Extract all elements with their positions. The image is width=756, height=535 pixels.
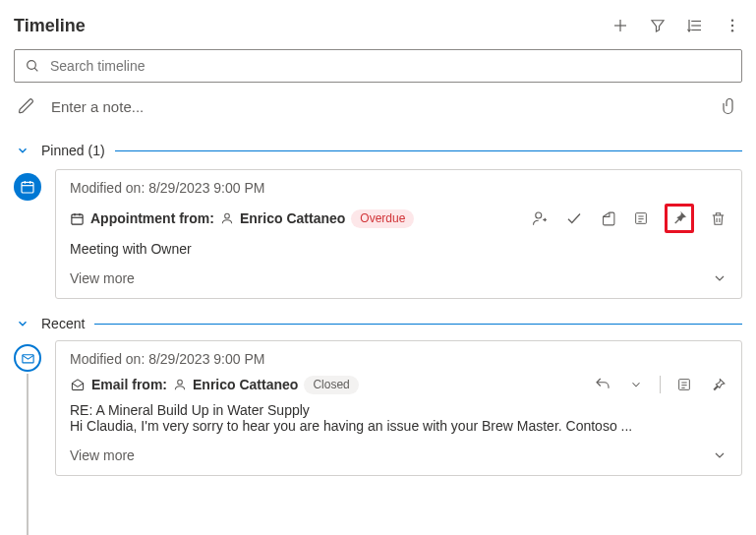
assign-icon[interactable] — [531, 208, 551, 228]
chevron-down-icon — [712, 447, 727, 463]
note-icon[interactable] — [674, 375, 694, 394]
section-pinned-title: Pinned (1) — [41, 143, 105, 158]
header-actions — [611, 16, 742, 35]
modified-label: Modified on: 8/29/2023 9:00 PM — [70, 180, 727, 196]
note-input[interactable] — [49, 97, 707, 116]
svg-rect-10 — [22, 182, 33, 193]
more-button[interactable] — [723, 16, 742, 35]
section-pinned-header: Pinned (1) — [14, 142, 742, 159]
view-more-label: View more — [70, 447, 135, 463]
envelope-icon — [70, 378, 86, 392]
open-record-icon[interactable] — [598, 208, 617, 228]
search-icon — [25, 58, 40, 74]
add-button[interactable] — [611, 16, 630, 35]
delete-icon[interactable] — [708, 208, 727, 228]
appointment-type-icon — [14, 173, 41, 201]
attach-icon[interactable] — [721, 96, 738, 116]
page-title: Timeline — [14, 16, 86, 36]
pinned-subject: Meeting with Owner — [70, 241, 727, 257]
pinned-view-more[interactable]: View more — [70, 270, 727, 286]
pin-icon[interactable] — [669, 208, 689, 228]
filter-button[interactable] — [648, 16, 668, 35]
reply-icon[interactable] — [593, 375, 612, 394]
status-badge-overdue: Overdue — [351, 209, 414, 228]
pencil-icon — [18, 97, 35, 115]
svg-line-9 — [34, 68, 37, 71]
svg-point-7 — [731, 30, 733, 31]
pin-icon[interactable] — [708, 375, 727, 394]
recent-type-label: Email from: — [91, 377, 167, 392]
pinned-card-actions — [531, 204, 727, 233]
svg-rect-14 — [72, 214, 83, 224]
recent-subject: RE: A Mineral Build Up in Water Supply — [70, 402, 727, 418]
email-type-icon — [14, 344, 41, 372]
highlighted-pin-action — [665, 204, 694, 233]
divider — [115, 150, 742, 151]
thread-line — [27, 374, 29, 535]
svg-point-27 — [178, 380, 183, 385]
note-icon[interactable] — [631, 208, 651, 228]
sort-button[interactable] — [685, 16, 705, 35]
calendar-icon — [70, 211, 85, 226]
collapse-recent-button[interactable] — [14, 315, 31, 332]
divider — [94, 324, 742, 325]
recent-person-name[interactable]: Enrico Cattaneo — [193, 377, 298, 392]
person-icon — [220, 211, 234, 225]
section-recent-title: Recent — [41, 316, 85, 331]
collapse-pinned-button[interactable] — [14, 142, 31, 159]
recent-preview: Hi Claudia, I'm very sorry to hear you a… — [70, 418, 727, 434]
note-row — [14, 96, 742, 128]
search-input[interactable] — [48, 57, 731, 75]
chevron-down-icon — [712, 270, 727, 286]
reply-dropdown-icon[interactable] — [626, 375, 646, 394]
svg-point-5 — [731, 20, 733, 22]
search-box[interactable] — [14, 49, 742, 83]
pinned-item: Modified on: 8/29/2023 9:00 PM Appointme… — [14, 169, 742, 299]
recent-item: Modified on: 8/29/2023 9:00 PM Email fro… — [14, 340, 742, 476]
view-more-label: View more — [70, 270, 135, 286]
recent-card-actions — [593, 375, 727, 394]
divider — [660, 376, 661, 393]
svg-point-6 — [731, 25, 733, 27]
complete-icon[interactable] — [564, 208, 584, 228]
svg-point-19 — [536, 212, 542, 218]
modified-label: Modified on: 8/29/2023 9:00 PM — [70, 351, 727, 367]
section-recent-header: Recent — [14, 315, 742, 332]
recent-view-more[interactable]: View more — [70, 447, 727, 463]
pinned-person-name[interactable]: Enrico Cattaneo — [240, 210, 345, 226]
recent-card[interactable]: Modified on: 8/29/2023 9:00 PM Email fro… — [55, 340, 742, 476]
svg-point-18 — [225, 213, 230, 218]
svg-point-8 — [28, 61, 36, 70]
pinned-type-label: Appointment from: — [90, 210, 214, 226]
status-badge-closed: Closed — [304, 376, 358, 394]
person-icon — [173, 378, 187, 391]
pinned-card[interactable]: Modified on: 8/29/2023 9:00 PM Appointme… — [55, 169, 742, 299]
